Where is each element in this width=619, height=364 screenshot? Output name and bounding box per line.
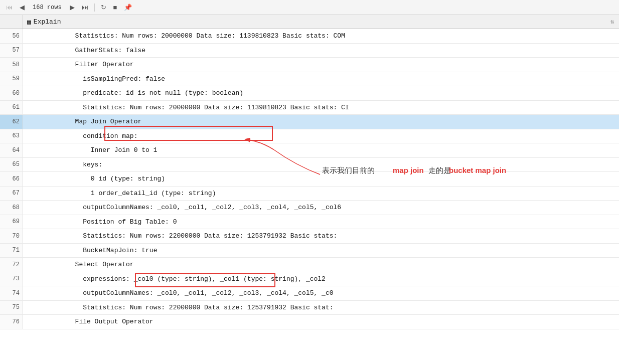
stop-button[interactable]: ■ — [111, 3, 119, 12]
row-content: Inner Join 0 to 1 — [23, 143, 619, 157]
table-row[interactable]: 66 0 id (type: string) — [0, 172, 619, 187]
row-number: 59 — [0, 72, 23, 86]
row-number: 68 — [0, 201, 23, 215]
row-content: BucketMapJoin: true — [23, 244, 619, 258]
row-number: 62 — [0, 115, 23, 129]
row-number: 65 — [0, 158, 23, 172]
table-icon: ▦ — [27, 18, 31, 26]
row-content: Filter Operator — [23, 58, 619, 72]
table-row[interactable]: 62 Map Join Operator — [0, 115, 619, 129]
table-row[interactable]: 69 Position of Big Table: 0 — [0, 215, 619, 230]
row-content: Statistics: Num rows: 20000000 Data size… — [23, 29, 619, 43]
row-content: outputColumnNames: _col0, _col1, _col2, … — [23, 286, 619, 300]
row-number: 72 — [0, 258, 23, 272]
table-row[interactable]: 72 Select Operator — [0, 258, 619, 272]
column-header: ▦ Explain ⇅ — [0, 15, 619, 29]
row-content: GatherStats: false — [23, 44, 619, 58]
prev-page-button[interactable]: ◀ — [18, 3, 27, 12]
row-number: 71 — [0, 244, 23, 258]
table-row[interactable]: 73 expressions: _col0 (type: string), _c… — [0, 272, 619, 287]
row-number: 73 — [0, 272, 23, 286]
row-content: Position of Big Table: 0 — [23, 215, 619, 229]
first-page-button[interactable]: ⏮ — [4, 3, 15, 12]
sort-icon[interactable]: ⇅ — [610, 18, 619, 26]
table-row[interactable]: 65 keys: — [0, 158, 619, 172]
table-row[interactable]: 57 GatherStats: false — [0, 44, 619, 58]
row-content: keys: — [23, 158, 619, 172]
table-row[interactable]: 58 Filter Operator — [0, 58, 619, 72]
row-number: 67 — [0, 187, 23, 201]
pin-button[interactable]: 📌 — [122, 3, 134, 12]
table-row[interactable]: 68 outputColumnNames: _col0, _col1, _col… — [0, 201, 619, 215]
table-row[interactable]: 76 File Output Operator — [0, 315, 619, 329]
table-body: 56 Statistics: Num rows: 20000000 Data s… — [0, 29, 619, 364]
row-content: 0 id (type: string) — [23, 172, 619, 186]
row-number: 63 — [0, 129, 23, 143]
table-row[interactable]: 60 predicate: id is not null (type: bool… — [0, 86, 619, 101]
row-content: 1 order_detail_id (type: string) — [23, 187, 619, 201]
table-row[interactable]: 70 Statistics: Num rows: 22000000 Data s… — [0, 229, 619, 244]
last-page-button[interactable]: ⏭ — [80, 3, 90, 12]
explain-column-header[interactable]: ▦ Explain ⇅ — [23, 18, 619, 26]
row-content: predicate: id is not null (type: boolean… — [23, 86, 619, 100]
row-number: 69 — [0, 215, 23, 229]
refresh-button[interactable]: ↻ — [99, 3, 108, 12]
column-name: Explain — [34, 18, 61, 26]
row-number: 74 — [0, 286, 23, 300]
row-content: expressions: _col0 (type: string), _col1… — [23, 272, 619, 286]
row-content: Statistics: Num rows: 20000000 Data size… — [23, 101, 619, 115]
row-content: condition map: — [23, 129, 619, 143]
row-content: Statistics: Num rows: 22000000 Data size… — [23, 229, 619, 243]
row-number: 75 — [0, 301, 23, 315]
table-row[interactable]: 75 Statistics: Num rows: 22000000 Data s… — [0, 301, 619, 315]
table-row[interactable]: 59 isSamplingPred: false — [0, 72, 619, 87]
row-content: Select Operator — [23, 258, 619, 272]
row-number: 60 — [0, 86, 23, 100]
row-number: 58 — [0, 58, 23, 72]
row-number: 70 — [0, 229, 23, 243]
row-number: 57 — [0, 44, 23, 58]
toolbar: ⏮ ◀ 168 rows ▶ ⏭ ↻ ■ 📌 — [0, 0, 619, 15]
next-page-button[interactable]: ▶ — [68, 3, 77, 12]
table-row[interactable]: 74 outputColumnNames: _col0, _col1, _col… — [0, 286, 619, 301]
rows-count: 168 rows — [30, 4, 65, 11]
row-content: isSamplingPred: false — [23, 72, 619, 86]
row-number: 64 — [0, 143, 23, 157]
table-row[interactable]: 63 condition map: — [0, 129, 619, 144]
table-row[interactable]: 64 Inner Join 0 to 1 — [0, 143, 619, 158]
row-number: 76 — [0, 315, 23, 329]
toolbar-separator — [94, 4, 95, 12]
row-content: Statistics: Num rows: 22000000 Data size… — [23, 301, 619, 315]
row-number-header — [0, 15, 23, 29]
row-content: File Output Operator — [23, 315, 619, 329]
row-number: 61 — [0, 101, 23, 115]
row-number: 66 — [0, 172, 23, 186]
table-row[interactable]: 61 Statistics: Num rows: 20000000 Data s… — [0, 101, 619, 115]
row-number: 56 — [0, 29, 23, 43]
row-content: Map Join Operator — [23, 115, 619, 129]
table-row[interactable]: 56 Statistics: Num rows: 20000000 Data s… — [0, 29, 619, 44]
row-content: outputColumnNames: _col0, _col1, _col2, … — [23, 201, 619, 215]
table-row[interactable]: 67 1 order_detail_id (type: string) — [0, 187, 619, 201]
table-row[interactable]: 71 BucketMapJoin: true — [0, 244, 619, 258]
